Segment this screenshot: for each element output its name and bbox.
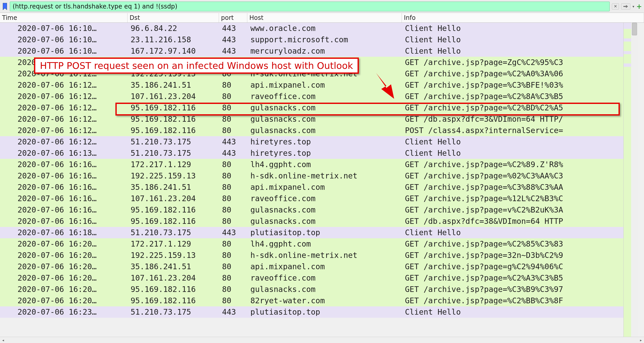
packet-row[interactable]: 2020-07-06 16:10…167.172.97.140443mercur…: [0, 45, 623, 57]
packet-row[interactable]: 2020-07-06 16:20…95.169.182.11680gulasna…: [0, 284, 623, 295]
packet-cell-info: Client Hello: [402, 25, 623, 32]
packet-row[interactable]: 2020-07-06 16:16…95.169.182.11680gulasna…: [0, 216, 623, 227]
column-header-host[interactable]: Host: [247, 13, 402, 22]
filter-history-dropdown-icon[interactable]: ▾: [632, 4, 634, 9]
packet-cell-time: 2020-07-06 16:12…: [0, 93, 128, 100]
packet-cell-port: 443: [219, 138, 247, 146]
packet-cell-info: GET /archive.jsp?page=%C2%89.Z'R8%: [402, 161, 623, 168]
bookmark-icon[interactable]: [2, 3, 8, 10]
column-header-time[interactable]: Time: [0, 13, 128, 22]
packet-cell-dst: 96.6.84.22: [128, 25, 219, 32]
packet-cell-port: 80: [219, 127, 247, 134]
horizontal-scrollbar[interactable]: ◂ ▸: [0, 337, 644, 343]
column-header-port[interactable]: port: [219, 13, 247, 22]
packet-cell-time: 2020-07-06 16:16…: [0, 206, 128, 214]
packet-row[interactable]: 2020-07-06 16:20…95.169.182.1168082ryet-…: [0, 295, 623, 306]
packet-cell-time: 2020-07-06 16:12…: [0, 115, 128, 123]
packet-cell-dst: 51.210.73.175: [128, 138, 219, 146]
packet-cell-port: 80: [219, 217, 247, 225]
packet-cell-info: GET /archive.jsp?page=v%C2%B2uK%3A: [402, 206, 623, 214]
packet-row[interactable]: 2020-07-06 16:16…35.186.241.5180api.mixp…: [0, 182, 623, 193]
vertical-scrollbar[interactable]: [631, 23, 638, 337]
packet-cell-host: raveoffice.com: [247, 274, 402, 282]
packet-cell-time: 2020-07-06 16:10…: [0, 36, 128, 44]
packet-cell-info: GET /archive.jsp?page=%C3%88%C3%AA: [402, 183, 623, 191]
vertical-scrollbar-thumb[interactable]: [632, 23, 637, 35]
packet-row[interactable]: 2020-07-06 16:20…192.225.159.1380h-sdk.o…: [0, 250, 623, 261]
packet-row[interactable]: 2020-07-06 16:12…95.169.182.11680gulasna…: [0, 125, 623, 136]
packet-cell-dst: 95.169.182.116: [128, 115, 219, 123]
packet-cell-info: GET /archive.jsp?page=%C2%85%C3%83: [402, 240, 623, 248]
packet-cell-port: 80: [219, 240, 247, 248]
packet-row[interactable]: 2020-07-06 16:16…192.225.159.1380h-sdk.o…: [0, 170, 623, 182]
column-header-dst[interactable]: Dst: [128, 13, 219, 22]
apply-filter-icon[interactable]: [621, 3, 630, 10]
packet-row[interactable]: 2020-07-06 16:12…95.169.182.11680gulasna…: [0, 102, 623, 113]
packet-row[interactable]: 2020-07-06 16:10…23.11.216.158443support…: [0, 34, 623, 45]
scroll-right-icon[interactable]: ▸: [638, 337, 644, 343]
column-header-info[interactable]: Info: [402, 13, 644, 22]
packet-cell-host: plutiasitop.top: [247, 229, 402, 236]
packet-cell-dst: 192.225.159.13: [128, 251, 219, 259]
packet-cell-info: GET /archive.jsp?page=%C2%8A%C3%B5: [402, 93, 623, 100]
packet-cell-port: 80: [219, 195, 247, 202]
packet-row[interactable]: 2020-07-06 16:13…51.210.73.175443hiretyr…: [0, 148, 623, 159]
packet-cell-port: 80: [219, 251, 247, 259]
packet-cell-host: h-sdk.online-metrix.net: [247, 172, 402, 180]
packet-cell-dst: 95.169.182.116: [128, 127, 219, 134]
display-filter-input[interactable]: [10, 2, 610, 11]
packet-cell-info: Client Hello: [402, 149, 623, 157]
packet-cell-port: 443: [219, 149, 247, 157]
packet-cell-info: GET /archive.jsp?page=%02%C3%AA%C3: [402, 172, 623, 180]
packet-cell-time: 2020-07-06 16:10…: [0, 47, 128, 55]
packet-row[interactable]: 2020-07-06 16:12…35.186.241.5180api.mixp…: [0, 79, 623, 91]
packet-cell-info: GET /db.aspx?dfc=3&VDImon=64 HTTP/: [402, 115, 623, 123]
packet-row[interactable]: 2020-07-06 16:16…172.217.1.12980lh4.ggph…: [0, 159, 623, 170]
packet-row[interactable]: 2020-07-06 16:20…172.217.1.12980lh4.ggph…: [0, 238, 623, 250]
packet-cell-host: lh4.ggpht.com: [247, 161, 402, 168]
packet-row[interactable]: 2020-07-06 16:12…107.161.23.20480raveoff…: [0, 91, 623, 102]
packet-cell-host: support.microsoft.com: [247, 36, 402, 44]
add-filter-expression-icon[interactable]: +: [636, 3, 642, 10]
clear-filter-icon[interactable]: ✕: [612, 3, 619, 10]
packet-row[interactable]: 2020-07-06 16:20…35.186.241.5180api.mixp…: [0, 261, 623, 272]
packet-cell-host: www.oracle.com: [247, 25, 402, 32]
packet-cell-host: gulasnacks.com: [247, 104, 402, 112]
packet-cell-dst: 35.186.241.51: [128, 263, 219, 271]
packet-cell-host: gulasnacks.com: [247, 115, 402, 123]
packet-cell-dst: 167.172.97.140: [128, 47, 219, 55]
packet-cell-info: Client Hello: [402, 138, 623, 146]
packet-row[interactable]: 2020-07-06 16:12…51.210.73.175443hiretyr…: [0, 136, 623, 148]
packet-row[interactable]: 2020-07-06 16:16…107.161.23.20480raveoff…: [0, 193, 623, 204]
packet-cell-port: 80: [219, 285, 247, 293]
packet-cell-time: 2020-07-06 16:16…: [0, 183, 128, 191]
packet-cell-host: gulasnacks.com: [247, 127, 402, 134]
packet-cell-dst: 95.169.182.116: [128, 104, 219, 112]
display-filter-bar: ✕ ▾ +: [0, 0, 644, 13]
packet-cell-time: 2020-07-06 16:16…: [0, 217, 128, 225]
packet-row[interactable]: 2020-07-06 16:16…95.169.182.11680gulasna…: [0, 204, 623, 216]
packet-cell-info: GET /archive.jsp?page=32n~D3b%C2%9: [402, 251, 623, 259]
packet-cell-dst: 23.11.216.158: [128, 36, 219, 44]
packet-row[interactable]: 2020-07-06 16:20…107.161.23.20480raveoff…: [0, 272, 623, 284]
packet-cell-info: GET /archive.jsp?page=%C2%BB%C3%8F: [402, 297, 623, 305]
packet-cell-time: 2020-07-06 16:12…: [0, 127, 128, 134]
packet-cell-dst: 172.217.1.129: [128, 240, 219, 248]
packet-cell-time: 2020-07-06 16:20…: [0, 285, 128, 293]
packet-cell-dst: 95.169.182.116: [128, 297, 219, 305]
scroll-left-icon[interactable]: ◂: [0, 337, 6, 343]
packet-row[interactable]: 2020-07-06 16:10…96.6.84.22443www.oracle…: [0, 23, 623, 34]
packet-cell-dst: 51.210.73.175: [128, 308, 219, 316]
packet-cell-port: 80: [219, 81, 247, 89]
packet-cell-info: Client Hello: [402, 229, 623, 236]
packet-cell-time: 2020-07-06 16:16…: [0, 161, 128, 168]
packet-row[interactable]: 2020-07-06 16:23…51.210.73.175443plutias…: [0, 306, 623, 318]
packet-cell-time: 2020-07-06 16:12…: [0, 81, 128, 89]
packet-row[interactable]: 2020-07-06 16:18…51.210.73.175443plutias…: [0, 227, 623, 238]
packet-cell-port: 80: [219, 161, 247, 168]
packet-cell-time: 2020-07-06 16:18…: [0, 229, 128, 236]
packet-cell-port: 80: [219, 115, 247, 123]
packet-row[interactable]: 2020-07-06 16:12…95.169.182.11680gulasna…: [0, 113, 623, 125]
packet-list-header: Time Dst port Host Info: [0, 13, 644, 23]
packet-color-map[interactable]: [624, 23, 631, 337]
